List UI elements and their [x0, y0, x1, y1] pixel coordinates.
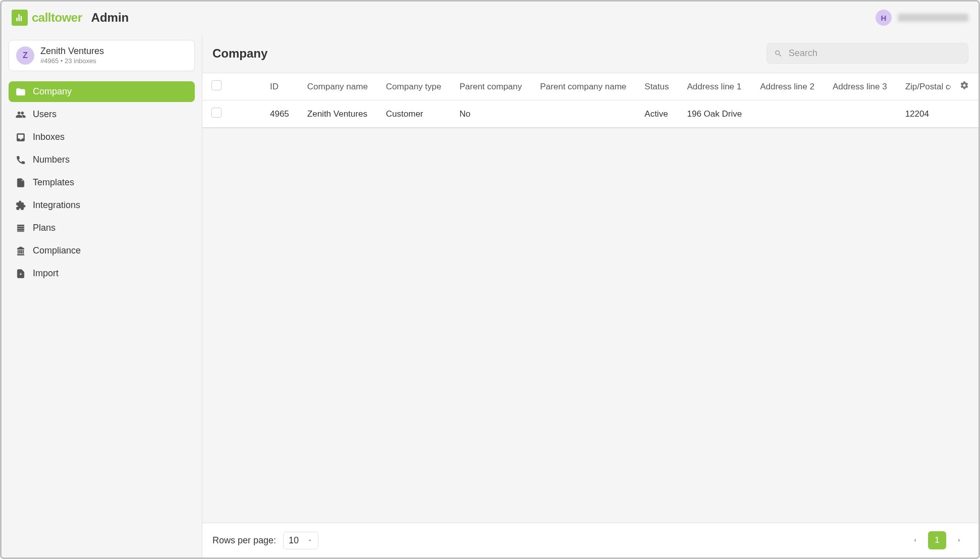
- sidebar-item-label: Plans: [33, 223, 56, 233]
- row-checkbox[interactable]: [211, 108, 222, 118]
- select-all-checkbox[interactable]: [211, 80, 222, 90]
- org-meta: #4965 • 23 inboxes: [40, 57, 104, 66]
- org-name: Zenith Ventures: [40, 45, 104, 57]
- rows-per-page-label: Rows per page:: [212, 535, 276, 546]
- logo-icon: [15, 13, 25, 23]
- sidebar-item-import[interactable]: Import: [9, 263, 195, 284]
- sidebar-item-integrations[interactable]: Integrations: [9, 195, 195, 216]
- main-content: Company ID Company name Company: [202, 34, 978, 557]
- cell-status: Active: [635, 100, 678, 128]
- rows-per-page-select[interactable]: 10: [283, 532, 318, 549]
- sidebar-item-plans[interactable]: Plans: [9, 218, 195, 238]
- table-footer: Rows per page: 10 1: [202, 523, 978, 557]
- cell-address1: 196 Oak Drive: [678, 100, 751, 128]
- gear-icon: [960, 81, 969, 90]
- sidebar-item-numbers[interactable]: Numbers: [9, 149, 195, 170]
- sidebar: Z Zenith Ventures #4965 • 23 inboxes Com…: [2, 34, 202, 557]
- chevron-right-icon: [956, 537, 963, 544]
- admin-label: Admin: [91, 11, 129, 25]
- sidebar-item-label: Company: [33, 86, 72, 97]
- chevron-left-icon: [911, 537, 918, 544]
- file-icon: [16, 178, 26, 188]
- sidebar-item-label: Compliance: [33, 245, 81, 256]
- cell-id: 4965: [261, 100, 298, 128]
- col-address1[interactable]: Address line 1: [678, 73, 751, 100]
- table-row[interactable]: 4965 Zenith Ventures Customer No Active …: [202, 100, 978, 128]
- phone-icon: [16, 155, 26, 165]
- sidebar-item-label: Inboxes: [33, 132, 65, 142]
- org-card[interactable]: Z Zenith Ventures #4965 • 23 inboxes: [9, 40, 195, 71]
- balance-icon: [16, 246, 26, 256]
- rows-per-page-value: 10: [289, 535, 299, 546]
- table-header-row: ID Company name Company type Parent comp…: [202, 73, 978, 100]
- col-parent-company-name[interactable]: Parent company name: [531, 73, 635, 100]
- page-title: Company: [212, 46, 267, 61]
- sidebar-item-label: Templates: [33, 177, 74, 188]
- upload-icon: [16, 269, 26, 279]
- sidebar-item-compliance[interactable]: Compliance: [9, 240, 195, 261]
- search-input[interactable]: [788, 47, 961, 59]
- sidebar-nav: Company Users Inboxes: [9, 81, 195, 284]
- sidebar-item-templates[interactable]: Templates: [9, 172, 195, 193]
- page-number-current[interactable]: 1: [928, 531, 946, 549]
- cell-address3: [824, 100, 896, 128]
- table-settings-button[interactable]: [951, 73, 979, 100]
- sidebar-item-users[interactable]: Users: [9, 104, 195, 125]
- col-address3[interactable]: Address line 3: [824, 73, 896, 100]
- col-company-name[interactable]: Company name: [298, 73, 377, 100]
- sidebar-item-label: Import: [33, 268, 59, 279]
- sidebar-item-label: Numbers: [33, 155, 70, 165]
- brand-name: calltower: [32, 11, 82, 25]
- cell-company-name: Zenith Ventures: [298, 100, 377, 128]
- search-icon: [774, 49, 783, 58]
- user-name-blurred: [898, 14, 968, 22]
- prev-page-button[interactable]: [906, 531, 924, 549]
- col-parent-company[interactable]: Parent company: [450, 73, 531, 100]
- content-header: Company: [202, 34, 978, 73]
- sidebar-item-company[interactable]: Company: [9, 81, 195, 102]
- pagination: 1: [906, 531, 968, 549]
- users-icon: [16, 110, 26, 120]
- sidebar-item-inboxes[interactable]: Inboxes: [9, 127, 195, 147]
- org-avatar: Z: [16, 46, 34, 65]
- inbox-icon: [16, 132, 26, 142]
- next-page-button[interactable]: [950, 531, 968, 549]
- list-icon: [16, 223, 26, 233]
- chevron-down-icon: [307, 537, 313, 543]
- search-field[interactable]: [767, 43, 968, 64]
- cell-company-type: Customer: [377, 100, 451, 128]
- col-address2[interactable]: Address line 2: [751, 73, 824, 100]
- cell-parent-company-name: [531, 100, 635, 128]
- col-status[interactable]: Status: [635, 73, 678, 100]
- puzzle-icon: [16, 200, 26, 211]
- user-avatar[interactable]: H: [876, 10, 892, 26]
- brand-logo[interactable]: [12, 10, 28, 26]
- cell-address2: [751, 100, 824, 128]
- col-id[interactable]: ID: [261, 73, 298, 100]
- sidebar-item-label: Users: [33, 109, 57, 120]
- sidebar-item-label: Integrations: [33, 200, 80, 211]
- cell-parent-company: No: [450, 100, 531, 128]
- company-table: ID Company name Company type Parent comp…: [202, 73, 978, 128]
- topbar: calltower Admin H: [2, 2, 978, 34]
- col-company-type[interactable]: Company type: [377, 73, 451, 100]
- folder-icon: [16, 87, 26, 97]
